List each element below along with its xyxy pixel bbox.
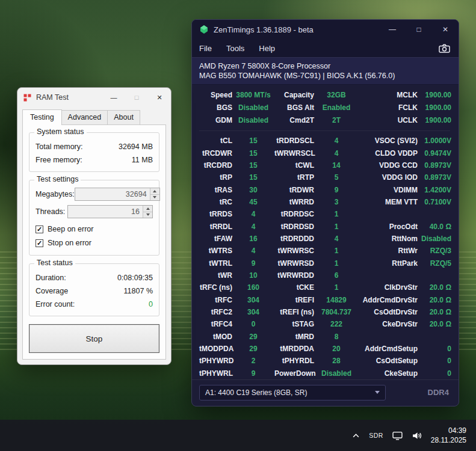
system-info-strip: AMD Ryzen 7 5800X 8-Core Processor MAG B… [192, 57, 459, 85]
timing-label: tRC [199, 198, 232, 206]
free-memory-label: Free memory: [36, 153, 82, 167]
maximize-button[interactable]: □ [406, 20, 432, 39]
zentimings-footer: A1: 4400 C19 Series (8GB, SR) DDR4 [192, 379, 459, 407]
stop-button[interactable]: Stop [29, 324, 159, 353]
timing-value: 0.9474V [418, 149, 451, 158]
timing-label: RttWr [359, 247, 418, 255]
maximize-button: □ [125, 88, 148, 107]
threads-stepper[interactable] [67, 205, 153, 218]
timing-label: tPHYRDL [274, 357, 314, 365]
tab-testing[interactable]: Testing [22, 109, 62, 125]
timing-label: tRDRDSD [274, 222, 314, 231]
sdr-indicator[interactable]: SDR [369, 432, 383, 439]
timing-value: 20.0 Ω [418, 320, 451, 328]
megabytes-stepper[interactable] [75, 188, 160, 201]
timing-value: 1900.00 [418, 91, 451, 99]
tab-advanced[interactable]: Advanced [61, 110, 108, 124]
zentimings-window: ZenTimings 1.36.1889 - beta — □ ✕ File T… [191, 19, 459, 407]
tab-about[interactable]: About [107, 110, 140, 124]
timing-value: 1 [314, 210, 359, 218]
timing-value: 6 [314, 271, 359, 280]
minimize-button[interactable]: — [102, 88, 125, 107]
stepper-down-icon[interactable] [143, 212, 152, 218]
timing-value: 0.7100V [418, 198, 451, 206]
timing-value: 4 [232, 210, 274, 218]
timing-label: tFAW [199, 235, 232, 243]
zentimings-titlebar[interactable]: ZenTimings 1.36.1889 - beta — □ ✕ [192, 20, 459, 39]
timing-value: 20.0 Ω [418, 283, 451, 292]
timing-value: 15 [232, 161, 274, 170]
timing-value: 20.0 Ω [418, 296, 451, 304]
timing-label: tCKE [274, 283, 314, 292]
section-divider [199, 130, 450, 131]
minimize-button[interactable]: — [379, 20, 406, 39]
group-label: Test status [34, 259, 75, 267]
timing-value: RZQ/3 [418, 247, 451, 255]
dimm-selector-dropdown[interactable]: A1: 4400 C19 Series (8GB, SR) [199, 385, 386, 400]
checkbox-checked-icon[interactable]: ✓ [36, 226, 43, 233]
beep-on-error-checkbox-row[interactable]: ✓ Beep on error [36, 222, 153, 236]
tray-chevron-up-icon[interactable] [352, 432, 360, 440]
timing-label: tSTAG [274, 320, 314, 328]
timing-value: 9 [232, 369, 274, 378]
window-controls: — □ ✕ [102, 88, 171, 107]
timing-value: RZQ/5 [418, 259, 451, 268]
timing-label: tRAS [199, 186, 232, 194]
memory-overview-grid: Speed3800 MT/sCapacity32GBMCLK1900.00BGS… [192, 88, 459, 126]
timing-label: tRDRDDD [274, 235, 314, 243]
timing-value: 40.0 Ω [418, 222, 451, 231]
screenshot-camera-button[interactable] [439, 44, 450, 53]
timing-label: AddrCmdDrvStr [359, 296, 418, 304]
close-button[interactable]: ✕ [432, 20, 459, 39]
ramtest-tabs: Testing Advanced About [22, 109, 171, 124]
timing-label: VDDG IOD [359, 173, 418, 182]
timing-label: tRCDRD [199, 161, 232, 170]
stepper-down-icon[interactable] [150, 194, 159, 201]
timing-value: 0 [232, 320, 274, 328]
threads-input[interactable] [68, 206, 143, 218]
menu-file[interactable]: File [199, 44, 212, 53]
timing-value: 10 [232, 271, 274, 280]
megabytes-input[interactable] [75, 188, 150, 200]
stop-on-error-checkbox-row[interactable]: ✓ Stop on error [36, 236, 153, 250]
test-settings-group: Test settings Megabytes: Threads: [29, 180, 159, 256]
timing-label: CkeSetup [359, 369, 418, 378]
timing-label: tCWL [274, 161, 314, 170]
timing-label: BGS [199, 103, 232, 112]
timing-label: ProcOdt [359, 222, 418, 231]
timing-value: 29 [232, 345, 274, 353]
timing-label: tWRWRSCL [274, 149, 314, 158]
stepper-up-icon[interactable] [143, 206, 152, 212]
free-memory-value: 11 MB [132, 153, 153, 167]
timing-label: FCLK [359, 103, 418, 112]
menu-tools[interactable]: Tools [226, 44, 244, 53]
taskbar-clock[interactable]: 04:39 28.11.2025 [431, 426, 466, 445]
timing-label: MEM VTT [359, 198, 418, 206]
display-tray-icon[interactable] [392, 431, 403, 440]
ramtest-titlebar[interactable]: RAM Test — □ ✕ [17, 88, 171, 107]
ramtest-logo-icon [23, 94, 31, 102]
close-button[interactable]: ✕ [148, 88, 171, 107]
timing-value: 304 [232, 296, 274, 304]
timing-value: 2T [314, 116, 359, 124]
timing-value: 14829 [314, 296, 359, 304]
clock-date: 28.11.2025 [431, 435, 466, 445]
timings-grid: tCL15tRDRDSCL4VSOC (SVI2)1.0000VtRCDWR15… [192, 135, 459, 379]
speaker-tray-icon[interactable] [412, 431, 422, 440]
timing-value: 29 [232, 333, 274, 341]
threads-label: Threads: [36, 207, 65, 216]
timing-label: tWTRL [199, 259, 232, 268]
timing-value: 1.0000V [418, 137, 451, 145]
checkbox-checked-icon[interactable]: ✓ [36, 239, 43, 247]
timing-label: tWRWRSD [274, 259, 314, 268]
stepper-up-icon[interactable] [150, 188, 159, 194]
timing-value: 4 [232, 247, 274, 255]
menu-help[interactable]: Help [259, 44, 275, 53]
motherboard-name: MAG B550 TOMAHAWK (MS-7C91) | BIOS A.K1 … [199, 71, 451, 81]
timing-value: 7804.737 [314, 308, 359, 316]
stepper-buttons [143, 206, 152, 218]
timing-label: VDDG CCD [359, 161, 418, 170]
timing-label: Capacity [274, 91, 314, 99]
timing-value: 20.0 Ω [418, 308, 451, 316]
timing-label: tWTRS [199, 247, 232, 255]
